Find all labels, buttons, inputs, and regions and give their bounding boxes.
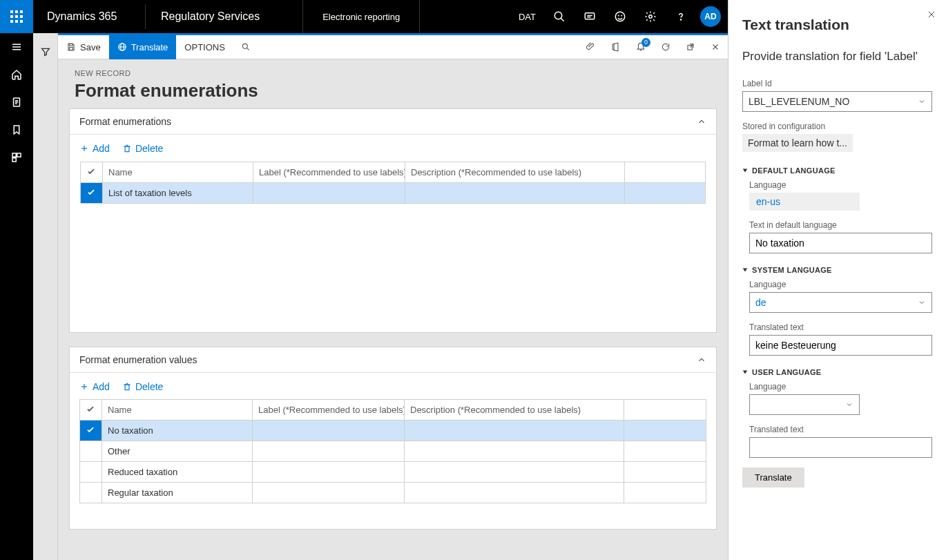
panel1-add-label: Add	[93, 143, 110, 154]
table-row[interactable]: Regular taxation	[80, 483, 706, 503]
nav-recent-button[interactable]	[0, 88, 33, 116]
row-select-cell[interactable]	[80, 441, 102, 462]
brand-name[interactable]: Dynamics 365	[33, 10, 145, 23]
attach-button[interactable]	[579, 35, 604, 59]
trash-icon	[122, 382, 132, 392]
user-avatar[interactable]: AD	[700, 6, 721, 27]
cell-name[interactable]: List of taxation levels	[103, 183, 253, 204]
filter-button[interactable]	[33, 40, 58, 64]
svg-rect-27	[17, 153, 21, 157]
triangle-down-icon	[742, 267, 748, 273]
help-button[interactable]	[666, 0, 696, 33]
system-lang-select[interactable]: de	[749, 292, 932, 313]
chevron-up-icon	[697, 117, 706, 126]
svg-rect-0	[10, 10, 13, 13]
table-row[interactable]: List of taxation levels	[81, 183, 706, 204]
translate-button[interactable]: Translate	[109, 35, 177, 59]
panel1-col-select[interactable]	[81, 162, 103, 183]
nav-workspaces-button[interactable]	[0, 144, 33, 171]
workspace-name[interactable]: Regulatory Services	[146, 10, 275, 23]
cell-desc[interactable]	[405, 462, 624, 483]
bookmark-icon	[10, 124, 23, 136]
section-system-language[interactable]: SYSTEM LANGUAGE	[742, 266, 932, 274]
cell-desc[interactable]	[405, 441, 624, 462]
labelid-select[interactable]: LBL_LEVELENUM_NO	[742, 91, 932, 112]
cell-label[interactable]	[253, 183, 405, 204]
cell-desc[interactable]	[405, 421, 624, 441]
triangle-down-icon	[742, 168, 748, 173]
row-select-cell[interactable]	[80, 421, 102, 441]
cell-name[interactable]: No taxation	[102, 421, 253, 441]
nav-home-button[interactable]	[0, 61, 33, 88]
close-pane-button[interactable]	[927, 10, 936, 21]
options-tab[interactable]: OPTIONS	[176, 35, 233, 59]
feedback-button[interactable]	[605, 0, 635, 33]
popout-button[interactable]	[678, 35, 703, 59]
panel2-delete-button[interactable]: Delete	[122, 381, 163, 392]
section-user-language[interactable]: USER LANGUAGE	[742, 368, 932, 376]
action-search-button[interactable]	[233, 35, 258, 59]
refresh-button[interactable]	[653, 35, 678, 59]
search-button[interactable]	[544, 0, 575, 33]
user-lang-select[interactable]	[749, 394, 860, 415]
gear-icon	[644, 10, 657, 23]
messages-button[interactable]	[575, 0, 605, 33]
panel2-add-button[interactable]: Add	[79, 381, 110, 392]
cell-label[interactable]	[253, 462, 405, 483]
panel1-delete-label: Delete	[135, 143, 163, 154]
save-button[interactable]: Save	[58, 35, 109, 59]
triangle-down-icon	[742, 369, 748, 375]
hamburger-icon	[10, 41, 23, 53]
settings-button[interactable]	[635, 0, 666, 33]
panel1-add-button[interactable]: Add	[79, 143, 110, 154]
nav-favorites-button[interactable]	[0, 116, 33, 144]
module-breadcrumb[interactable]: Electronic reporting	[302, 0, 420, 33]
svg-rect-1	[15, 10, 18, 13]
cell-label[interactable]	[253, 421, 405, 441]
nav-expand-button[interactable]	[0, 33, 33, 61]
panel1-delete-button[interactable]: Delete	[122, 143, 163, 154]
user-text-label: Translated text	[749, 425, 932, 434]
top-nav: Dynamics 365 Regulatory Services Electro…	[0, 0, 728, 33]
cell-desc[interactable]	[405, 483, 624, 503]
panel2-col-desc[interactable]: Description (*Recommended to use labels)	[405, 400, 624, 421]
user-text-input[interactable]	[749, 437, 932, 458]
table-row[interactable]: Other	[80, 441, 706, 462]
panel2-col-label[interactable]: Label (*Recommended to use labels)	[253, 400, 405, 421]
row-select-cell[interactable]	[80, 483, 102, 503]
company-picker[interactable]: DAT	[519, 12, 536, 22]
cell-name[interactable]: Regular taxation	[102, 483, 253, 503]
panel2-col-select[interactable]	[80, 400, 102, 421]
panel1-col-label[interactable]: Label (*Recommended to use labels)	[253, 162, 405, 183]
notifications-button[interactable]: 0	[628, 35, 653, 59]
panel1-header[interactable]: Format enumerations	[70, 109, 716, 135]
panel2-col-name[interactable]: Name	[102, 400, 253, 421]
panel2-grid[interactable]: Name Label (*Recommended to use labels) …	[79, 399, 706, 503]
cell-label[interactable]	[253, 441, 405, 462]
row-select-cell[interactable]	[80, 462, 102, 483]
panel1-grid[interactable]: Name Label (*Recommended to use labels) …	[80, 162, 706, 204]
smiley-icon	[614, 10, 626, 23]
user-lang-label: Language	[749, 382, 932, 392]
translate-submit-button[interactable]: Translate	[742, 467, 804, 487]
panel2-header[interactable]: Format enumeration values	[70, 347, 716, 373]
panel1-col-name[interactable]: Name	[103, 162, 253, 183]
cell-name[interactable]: Other	[102, 441, 253, 462]
app-launcher-button[interactable]	[0, 0, 33, 33]
table-row[interactable]: Reduced taxation	[80, 462, 706, 483]
default-text-input[interactable]	[749, 233, 932, 253]
cell-name[interactable]: Reduced taxation	[102, 462, 253, 483]
close-page-button[interactable]	[703, 35, 728, 59]
cell-desc[interactable]	[405, 183, 625, 204]
section-default-language[interactable]: DEFAULT LANGUAGE	[742, 166, 932, 175]
panel1-col-desc[interactable]: Description (*Recommended to use labels)	[405, 162, 625, 183]
cell-label[interactable]	[253, 483, 405, 503]
document-icon	[10, 96, 23, 108]
panel2-add-label: Add	[93, 381, 110, 392]
attach-icon	[586, 42, 596, 52]
search-icon	[553, 10, 566, 23]
office-button[interactable]	[604, 35, 628, 59]
system-text-input[interactable]	[749, 335, 932, 356]
table-row[interactable]: No taxation	[80, 421, 706, 441]
row-select-cell[interactable]	[81, 183, 103, 204]
